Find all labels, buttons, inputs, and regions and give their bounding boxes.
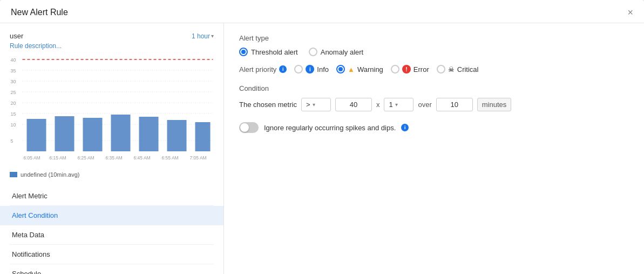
svg-text:35: 35: [11, 68, 16, 73]
close-button[interactable]: ×: [627, 8, 633, 17]
svg-rect-23: [195, 122, 211, 151]
user-label: user: [10, 32, 23, 40]
alert-priority-row: Alert priority i i Info ▲ Warning: [239, 65, 629, 73]
svg-rect-21: [139, 117, 159, 151]
condition-row: The chosen metric > ▾ x 1 ▾ over minutes: [239, 98, 629, 111]
nav-menu: Alert Metric Alert Condition Meta Data N…: [10, 186, 214, 274]
left-panel: user 1 hour ▾ Rule description... 40 35 …: [0, 23, 224, 274]
priority-error-radio[interactable]: [391, 65, 399, 73]
threshold-alert-label: Threshold alert: [251, 48, 298, 56]
time-select[interactable]: 1 hour ▾: [192, 32, 214, 40]
svg-rect-19: [83, 118, 103, 151]
alert-priority-info-icon[interactable]: i: [279, 65, 287, 73]
chart-legend: undefined (10min.avg): [10, 171, 214, 182]
svg-rect-18: [55, 116, 74, 151]
svg-text:20: 20: [11, 101, 16, 106]
condition-section: Condition The chosen metric > ▾ x 1 ▾ ov…: [239, 84, 629, 111]
modal-body: user 1 hour ▾ Rule description... 40 35 …: [0, 23, 644, 274]
critical-priority-icon: ☠: [448, 65, 455, 73]
svg-text:5: 5: [11, 138, 13, 144]
error-priority-icon: !: [402, 65, 411, 73]
spikes-info-icon[interactable]: i: [401, 124, 409, 131]
value-input[interactable]: [335, 98, 372, 111]
warning-label: Warning: [357, 65, 383, 73]
left-panel-top: user 1 hour ▾: [10, 32, 214, 40]
rule-description[interactable]: Rule description...: [10, 42, 214, 50]
svg-text:6:55 AM: 6:55 AM: [162, 155, 179, 161]
svg-text:15: 15: [11, 111, 16, 117]
warning-priority-icon: ▲: [348, 65, 355, 73]
operator-chevron-icon: ▾: [313, 102, 315, 108]
critical-label: Critical: [457, 65, 479, 73]
nav-item-notifications[interactable]: Notifications: [10, 245, 214, 264]
priority-critical-radio[interactable]: [437, 65, 445, 73]
info-priority-icon: i: [306, 65, 314, 73]
legend-label: undefined (10min.avg): [21, 171, 79, 178]
over-label: over: [418, 101, 431, 109]
modal-header: New Alert Rule ×: [0, 0, 644, 23]
x-label: x: [376, 101, 380, 109]
threshold-alert-option[interactable]: Threshold alert: [239, 48, 298, 56]
svg-text:7:05 AM: 7:05 AM: [190, 155, 207, 161]
svg-text:6:15 AM: 6:15 AM: [50, 155, 66, 161]
svg-text:10: 10: [11, 122, 16, 128]
svg-text:30: 30: [11, 79, 16, 84]
priority-option-warning[interactable]: ▲ Warning: [336, 65, 383, 73]
priority-option-error[interactable]: ! Error: [391, 65, 429, 73]
info-label: Info: [317, 65, 329, 73]
duration-input[interactable]: [436, 98, 473, 111]
svg-text:6:45 AM: 6:45 AM: [134, 155, 151, 161]
svg-text:6:35 AM: 6:35 AM: [106, 155, 123, 161]
svg-rect-20: [111, 115, 131, 151]
modal: New Alert Rule × user 1 hour ▾ Rule desc…: [0, 0, 644, 274]
multiplier-select[interactable]: 1 ▾: [384, 98, 413, 111]
spikes-dips-toggle[interactable]: [239, 122, 259, 133]
svg-text:6:05 AM: 6:05 AM: [24, 155, 40, 161]
alert-type-label: Alert type: [239, 34, 629, 42]
alert-priority-label: Alert priority i: [239, 65, 287, 73]
svg-text:25: 25: [11, 90, 16, 95]
toggle-row: Ignore regularly occurring spikes and di…: [239, 122, 629, 133]
condition-label: Condition: [239, 84, 629, 92]
priority-warning-radio[interactable]: [336, 65, 345, 73]
anomaly-alert-label: Anomaly alert: [321, 48, 363, 56]
svg-rect-17: [27, 119, 46, 151]
priority-option-info[interactable]: i Info: [294, 65, 329, 73]
threshold-alert-radio[interactable]: [239, 48, 248, 56]
toggle-label: Ignore regularly occurring spikes and di…: [264, 124, 396, 132]
toggle-knob: [240, 123, 249, 132]
priority-option-critical[interactable]: ☠ Critical: [437, 65, 479, 73]
modal-title: New Alert Rule: [11, 8, 68, 17]
priority-info-radio[interactable]: [294, 65, 303, 73]
minutes-label: minutes: [477, 98, 512, 111]
nav-item-meta-data[interactable]: Meta Data: [10, 225, 214, 245]
svg-text:6:25 AM: 6:25 AM: [78, 155, 94, 161]
operator-select[interactable]: > ▾: [301, 98, 331, 111]
nav-item-alert-condition[interactable]: Alert Condition: [0, 206, 223, 225]
svg-text:40: 40: [11, 57, 16, 63]
anomaly-alert-radio[interactable]: [309, 48, 317, 56]
chosen-metric-label: The chosen metric: [239, 101, 297, 109]
svg-rect-22: [167, 120, 187, 151]
right-panel: Alert type Threshold alert Anomaly alert…: [224, 23, 644, 274]
alert-type-row: Threshold alert Anomaly alert: [239, 48, 629, 56]
nav-item-schedule[interactable]: Schedule: [10, 264, 214, 274]
anomaly-alert-option[interactable]: Anomaly alert: [309, 48, 363, 56]
nav-item-alert-metric[interactable]: Alert Metric: [10, 186, 214, 206]
chart-container: 40 35 30 25 20 15 10 5: [10, 54, 214, 182]
legend-color-box: [10, 172, 17, 177]
chevron-down-icon: ▾: [211, 33, 214, 39]
chart: 40 35 30 25 20 15 10 5: [10, 54, 214, 168]
multiplier-chevron-icon: ▾: [395, 102, 398, 108]
error-label: Error: [413, 65, 429, 73]
